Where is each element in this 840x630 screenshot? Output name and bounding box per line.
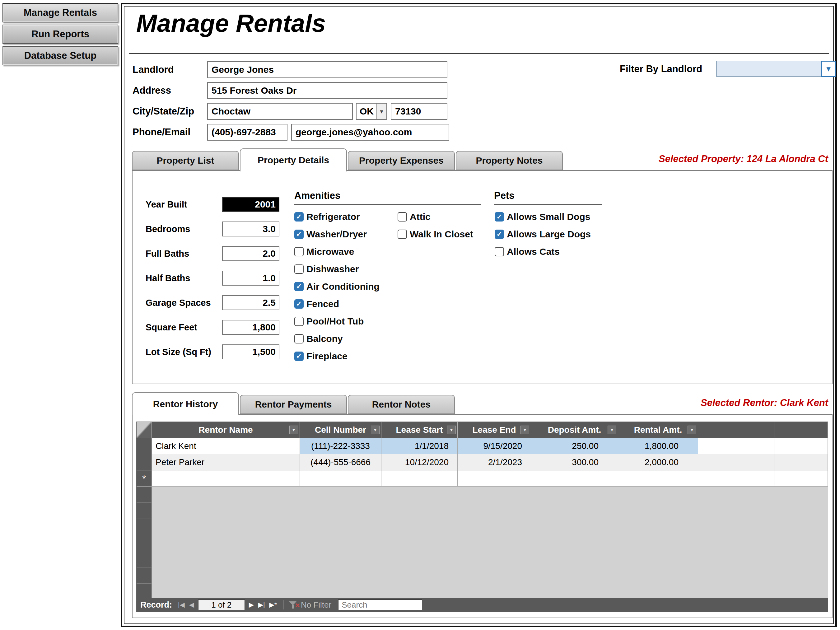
checkbox-item-microwave[interactable]: Microwave	[294, 245, 379, 258]
column-header-cell-number[interactable]: Cell Number▾	[300, 422, 381, 438]
checkbox-washer-dryer[interactable]: ✓	[294, 230, 304, 239]
sidebar-item-run-reports[interactable]: Run Reports	[3, 25, 118, 44]
column-header-deposit-amt[interactable]: Deposit Amt.▾	[531, 422, 618, 438]
checkbox-allows-cats[interactable]	[495, 247, 504, 256]
column-header-lease-end[interactable]: Lease End▾	[458, 422, 531, 438]
column-header-rentor-name[interactable]: Rentor Name▾	[152, 422, 300, 438]
record-position-box[interactable]: 1 of 2	[198, 600, 245, 610]
cell-rental[interactable]: 1,800.00	[618, 438, 698, 454]
new-record-selector[interactable]: *	[137, 471, 152, 486]
search-box[interactable]: Search	[338, 600, 422, 610]
column-filter-arrow-icon[interactable]: ▾	[521, 426, 529, 434]
row-selector[interactable]	[137, 567, 152, 584]
last-record-button[interactable]: ▶|	[258, 601, 265, 608]
field-input-half-baths[interactable]: 1.0	[222, 271, 279, 286]
checkbox-dishwasher[interactable]	[294, 264, 304, 274]
email-input[interactable]: george.jones@yahoo.com	[291, 124, 449, 141]
cell-empty[interactable]	[698, 454, 774, 470]
checkbox-item-fireplace[interactable]: ✓Fireplace	[294, 350, 379, 362]
phone-input[interactable]: (405)-697-2883	[207, 124, 287, 141]
cell-empty[interactable]	[774, 438, 828, 454]
cell-empty[interactable]	[381, 471, 458, 486]
column-filter-arrow-icon[interactable]: ▾	[289, 426, 298, 434]
zip-input[interactable]: 73130	[391, 103, 447, 120]
checkbox-item-allows-large-dogs[interactable]: ✓Allows Large Dogs	[495, 228, 591, 240]
row-selector[interactable]	[137, 535, 152, 551]
column-filter-arrow-icon[interactable]: ▾	[371, 426, 379, 434]
select-all-corner[interactable]	[137, 422, 152, 438]
column-header-rental-amt[interactable]: Rental Amt.▾	[618, 422, 698, 438]
tab-property-details[interactable]: Property Details	[240, 148, 347, 171]
checkbox-allows-small-dogs[interactable]: ✓	[495, 212, 504, 221]
checkbox-item-fenced[interactable]: ✓Fenced	[294, 298, 379, 310]
sidebar-item-manage-rentals[interactable]: Manage Rentals	[3, 3, 118, 22]
checkbox-microwave[interactable]	[294, 247, 304, 256]
checkbox-item-attic[interactable]: Attic	[398, 211, 473, 223]
row-selector[interactable]	[137, 519, 152, 535]
checkbox-attic[interactable]	[398, 212, 407, 221]
cell-name[interactable]: Peter Parker	[152, 454, 300, 470]
checkbox-refrigerator[interactable]: ✓	[294, 212, 304, 221]
checkbox-balcony[interactable]	[294, 334, 304, 343]
cell-rental[interactable]: 2,000.00	[618, 454, 698, 470]
city-input[interactable]: Choctaw	[207, 103, 353, 120]
checkbox-walk-in-closet[interactable]	[398, 230, 407, 239]
field-input-square-feet[interactable]: 1,800	[222, 320, 279, 335]
row-selector[interactable]	[137, 584, 152, 598]
cell-lease-end[interactable]: 9/15/2020	[458, 438, 531, 454]
checkbox-allows-large-dogs[interactable]: ✓	[495, 230, 504, 239]
checkbox-item-walk-in-closet[interactable]: Walk In Closet	[398, 228, 473, 240]
tab-rentor-notes[interactable]: Rentor Notes	[348, 395, 455, 414]
tab-property-notes[interactable]: Property Notes	[456, 151, 563, 170]
row-selector[interactable]	[137, 454, 152, 470]
checkbox-fireplace[interactable]: ✓	[294, 352, 304, 361]
cell-deposit[interactable]: 250.00	[531, 438, 618, 454]
next-record-button[interactable]: ▶	[249, 601, 254, 608]
field-input-garage-spaces[interactable]: 2.5	[222, 295, 279, 310]
address-input[interactable]: 515 Forest Oaks Dr	[207, 82, 447, 99]
state-combobox[interactable]: OK ▾	[356, 103, 387, 120]
cell-deposit[interactable]: 300.00	[531, 454, 618, 470]
field-input-bedrooms[interactable]: 3.0	[222, 221, 279, 237]
cell-empty[interactable]	[698, 438, 774, 454]
checkbox-item-washer-dryer[interactable]: ✓Washer/Dryer	[294, 228, 379, 240]
row-selector[interactable]	[137, 551, 152, 567]
column-filter-arrow-icon[interactable]: ▾	[447, 426, 456, 434]
tab-property-list[interactable]: Property List	[132, 151, 239, 170]
cell-empty[interactable]	[698, 471, 774, 486]
column-filter-arrow-icon[interactable]: ▾	[608, 426, 616, 434]
tab-property-expenses[interactable]: Property Expenses	[348, 151, 455, 170]
chevron-down-icon[interactable]: ▾	[821, 61, 836, 77]
checkbox-item-refrigerator[interactable]: ✓Refrigerator	[294, 211, 379, 223]
table-row[interactable]: Clark Kent(111)-222-33331/1/20189/15/202…	[137, 438, 828, 454]
checkbox-air-conditioning[interactable]: ✓	[294, 282, 304, 291]
field-input-year-built[interactable]: 2001	[222, 197, 279, 212]
first-record-button[interactable]: |◀	[178, 601, 185, 608]
cell-empty[interactable]	[618, 471, 698, 486]
cell-empty[interactable]	[774, 471, 828, 486]
column-filter-arrow-icon[interactable]: ▾	[688, 426, 696, 434]
cell-cell[interactable]: (111)-222-3333	[300, 438, 381, 454]
tab-rentor-payments[interactable]: Rentor Payments	[240, 395, 347, 414]
no-filter-button[interactable]: ✕ No Filter	[288, 600, 332, 610]
field-input-full-baths[interactable]: 2.0	[222, 246, 279, 261]
cell-name[interactable]: Clark Kent	[152, 438, 300, 454]
cell-empty[interactable]	[300, 471, 381, 486]
checkbox-item-allows-small-dogs[interactable]: ✓Allows Small Dogs	[495, 211, 591, 223]
checkbox-item-pool-hot-tub[interactable]: Pool/Hot Tub	[294, 315, 379, 328]
sidebar-item-database-setup[interactable]: Database Setup	[3, 46, 118, 65]
new-record-button[interactable]: ▶*	[269, 601, 277, 608]
filter-by-landlord-combobox[interactable]: ▾	[716, 61, 836, 77]
cell-empty[interactable]	[458, 471, 531, 486]
row-selector[interactable]	[137, 503, 152, 519]
checkbox-item-allows-cats[interactable]: Allows Cats	[495, 245, 591, 258]
landlord-input[interactable]: George Jones	[207, 61, 447, 78]
row-selector[interactable]	[137, 486, 152, 503]
checkbox-item-dishwasher[interactable]: Dishwasher	[294, 263, 379, 275]
tab-rentor-history[interactable]: Rentor History	[132, 392, 239, 415]
chevron-down-icon[interactable]: ▾	[376, 104, 387, 119]
checkbox-fenced[interactable]: ✓	[294, 299, 304, 309]
cell-empty[interactable]	[531, 471, 618, 486]
table-row[interactable]: Peter Parker(444)-555-666610/12/20202/1/…	[137, 454, 828, 471]
column-header-lease-start[interactable]: Lease Start▾	[381, 422, 458, 438]
